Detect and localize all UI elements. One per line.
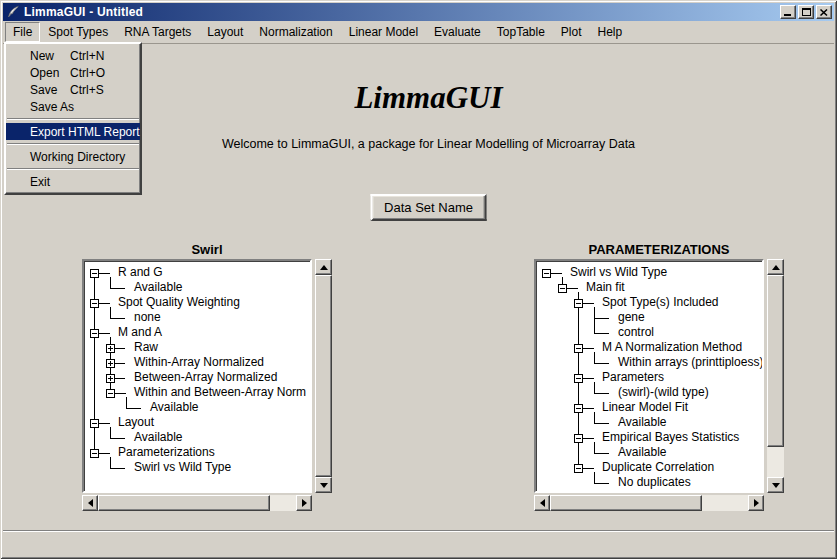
tree-node-label[interactable]: Raw — [134, 340, 158, 355]
menubar-item-linear-model[interactable]: Linear Model — [341, 22, 426, 42]
tree-line — [98, 453, 110, 454]
scroll-left-button[interactable] — [534, 495, 550, 511]
tree-collapse-icon[interactable] — [574, 344, 583, 353]
menu-item-label: Open — [30, 66, 70, 80]
menu-item-new[interactable]: NewCtrl+N — [6, 47, 140, 64]
scroll-right-button[interactable] — [748, 495, 764, 511]
tree-node-label[interactable]: M and A — [118, 325, 162, 340]
parameterizations-tree-horizontal-scrollbar[interactable] — [534, 495, 764, 511]
tree-node-label[interactable]: none — [134, 310, 161, 325]
tree-line — [110, 288, 125, 289]
menu-item-working-directory[interactable]: Working Directory — [6, 148, 140, 165]
tree-collapse-icon[interactable] — [542, 269, 551, 278]
tree-node-label[interactable]: M A Normalization Method — [602, 340, 742, 355]
tree-node-label[interactable]: control — [618, 325, 654, 340]
tree-line — [110, 438, 125, 439]
menu-item-save-as[interactable]: Save As — [6, 98, 140, 115]
menubar-item-toptable[interactable]: TopTable — [489, 22, 553, 42]
tree-node-label[interactable]: Available — [618, 415, 666, 430]
menubar-item-help[interactable]: Help — [590, 22, 631, 42]
parameterizations-tree-canvas[interactable]: Swirl vs Wild TypeMain fitSpot Type(s) I… — [536, 261, 762, 491]
tree-node-label[interactable]: gene — [618, 310, 645, 325]
tree-node-label[interactable]: Spot Type(s) Included — [602, 295, 719, 310]
tree-node-label[interactable]: Within-Array Normalized — [134, 355, 264, 370]
tree-collapse-icon[interactable] — [574, 464, 583, 473]
tree-expand-icon[interactable] — [106, 359, 115, 368]
tree-node-label[interactable]: Within and Between-Array Norm — [134, 385, 306, 400]
menu-item-exit[interactable]: Exit — [6, 173, 140, 190]
close-button[interactable] — [816, 5, 832, 19]
tree-node-label[interactable]: Available — [618, 445, 666, 460]
scroll-down-button[interactable] — [767, 477, 784, 493]
tree-expand-icon[interactable] — [106, 374, 115, 383]
menubar-item-evaluate[interactable]: Evaluate — [426, 22, 489, 42]
vertical-scroll-thumb[interactable] — [767, 275, 784, 447]
horizontal-scroll-thumb[interactable] — [98, 495, 270, 511]
tree-node-label[interactable]: Available — [134, 280, 182, 295]
tree-collapse-icon[interactable] — [90, 269, 99, 278]
tree-collapse-icon[interactable] — [106, 389, 115, 398]
menubar-item-rna-targets[interactable]: RNA Targets — [116, 22, 199, 42]
horizontal-scroll-thumb[interactable] — [550, 495, 702, 511]
tree-line — [126, 397, 127, 408]
window-title: LimmaGUI - Untitled — [24, 5, 778, 19]
tree-node-label[interactable]: (swirl)-(wild type) — [618, 385, 709, 400]
tree-node-label[interactable]: Main fit — [586, 280, 625, 295]
tree-node-label[interactable]: Linear Model Fit — [602, 400, 688, 415]
menu-item-save[interactable]: SaveCtrl+S — [6, 81, 140, 98]
menu-separator — [7, 168, 139, 170]
scroll-up-button[interactable] — [767, 259, 784, 275]
tree-node-label[interactable]: R and G — [118, 265, 163, 280]
tree-node-label[interactable]: Empirical Bayes Statistics — [602, 430, 739, 445]
menubar-item-spot-types[interactable]: Spot Types — [40, 22, 116, 42]
tree-line — [126, 408, 141, 409]
scroll-left-button[interactable] — [82, 495, 98, 511]
swirl-tree-panel: Swirl R and GAvailableSpot Quality Weigh… — [82, 242, 332, 511]
swirl-tree-canvas[interactable]: R and GAvailableSpot Quality Weightingno… — [84, 261, 310, 491]
tree-node-label[interactable]: Between-Array Normalized — [134, 370, 277, 385]
tree-node-label[interactable]: Parameters — [602, 370, 664, 385]
tree-collapse-icon[interactable] — [574, 434, 583, 443]
tree-node-label[interactable]: Within arrays (printtiploess) a — [618, 355, 762, 370]
parameterizations-tree-vertical-scrollbar[interactable] — [767, 259, 784, 493]
swirl-tree-vertical-scrollbar[interactable] — [315, 259, 332, 493]
tree-node-label[interactable]: Layout — [118, 415, 154, 430]
tree-collapse-icon[interactable] — [90, 329, 99, 338]
swirl-tree-header: Swirl — [82, 242, 332, 259]
tree-line — [594, 333, 609, 334]
tree-collapse-icon[interactable] — [574, 299, 583, 308]
tree-node-label[interactable]: No duplicates — [618, 475, 691, 490]
scroll-right-button[interactable] — [296, 495, 312, 511]
menubar-item-file[interactable]: File — [5, 22, 40, 42]
tree-expand-icon[interactable] — [106, 344, 115, 353]
tree-collapse-icon[interactable] — [558, 284, 567, 293]
swirl-tree-horizontal-scrollbar[interactable] — [82, 495, 312, 511]
menubar-item-plot[interactable]: Plot — [553, 22, 590, 42]
scroll-left-icon — [540, 499, 545, 507]
tree-node-label[interactable]: Available — [150, 400, 198, 415]
tree-collapse-icon[interactable] — [574, 404, 583, 413]
tree-node-label[interactable]: Available — [134, 430, 182, 445]
scroll-down-button[interactable] — [315, 477, 332, 493]
menubar-item-layout[interactable]: Layout — [199, 22, 251, 42]
tree-collapse-icon[interactable] — [90, 449, 99, 458]
menubar-item-normalization[interactable]: Normalization — [251, 22, 340, 42]
tree-node-label[interactable]: Duplicate Correlation — [602, 460, 714, 475]
menu-item-open[interactable]: OpenCtrl+O — [6, 64, 140, 81]
minimize-button[interactable] — [780, 5, 796, 19]
tree-line — [110, 427, 111, 438]
tree-node-label[interactable]: Swirl vs Wild Type — [134, 460, 231, 475]
tree-node-label[interactable]: Spot Quality Weighting — [118, 295, 240, 310]
tree-node-label[interactable]: Parameterizations — [118, 445, 215, 460]
menu-item-export-html-report[interactable]: Export HTML Report — [6, 123, 140, 140]
scroll-right-icon — [754, 499, 759, 507]
tree-collapse-icon[interactable] — [574, 374, 583, 383]
tree-line — [110, 457, 111, 468]
vertical-scroll-thumb[interactable] — [315, 275, 332, 477]
scroll-up-button[interactable] — [315, 259, 332, 275]
tree-collapse-icon[interactable] — [90, 299, 99, 308]
data-set-name-button[interactable]: Data Set Name — [370, 194, 487, 221]
tree-node-label[interactable]: Swirl vs Wild Type — [570, 265, 667, 280]
tree-collapse-icon[interactable] — [90, 419, 99, 428]
maximize-button[interactable] — [798, 5, 814, 19]
